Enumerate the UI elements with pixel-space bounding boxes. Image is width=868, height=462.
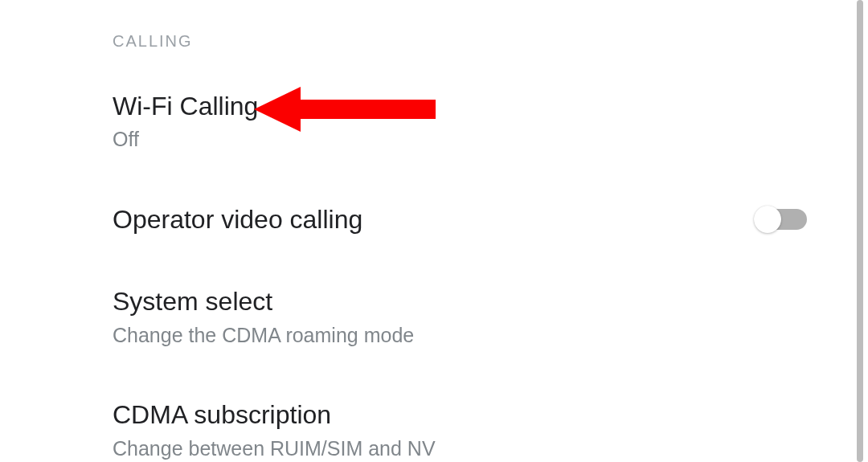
settings-list: CALLING Wi-Fi Calling Off Operator video… [0, 0, 852, 461]
setting-wifi-calling-text: Wi-Fi Calling Off [113, 91, 258, 153]
setting-system-select[interactable]: System select Change the CDMA roaming mo… [113, 286, 813, 348]
setting-cdma-subscription-title: CDMA subscription [113, 399, 436, 430]
section-header-calling: CALLING [113, 32, 813, 51]
setting-wifi-calling-subtitle: Off [113, 126, 258, 153]
setting-cdma-subscription-text: CDMA subscription Change between RUIM/SI… [113, 399, 436, 461]
setting-operator-video-text: Operator video calling [113, 204, 362, 235]
scrollbar-thumb[interactable] [857, 0, 863, 462]
setting-system-select-subtitle: Change the CDMA roaming mode [113, 322, 414, 349]
setting-operator-video-calling[interactable]: Operator video calling [113, 204, 813, 235]
setting-operator-video-title: Operator video calling [113, 204, 362, 235]
setting-wifi-calling[interactable]: Wi-Fi Calling Off [113, 91, 813, 153]
toggle-thumb [754, 206, 781, 233]
setting-system-select-title: System select [113, 286, 414, 317]
operator-video-toggle[interactable] [757, 209, 807, 230]
setting-cdma-subscription[interactable]: CDMA subscription Change between RUIM/SI… [113, 399, 813, 461]
setting-cdma-subscription-subtitle: Change between RUIM/SIM and NV [113, 435, 436, 462]
setting-wifi-calling-title: Wi-Fi Calling [113, 91, 258, 121]
scrollbar[interactable] [857, 0, 868, 462]
setting-system-select-text: System select Change the CDMA roaming mo… [113, 286, 414, 348]
